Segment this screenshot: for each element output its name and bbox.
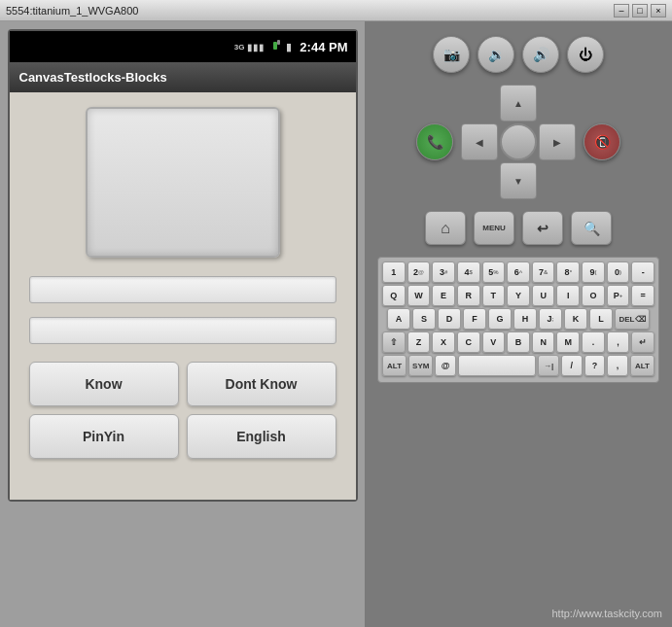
key-del[interactable]: DEL⌫ xyxy=(615,308,650,330)
key-alt-left[interactable]: ALT xyxy=(382,355,407,376)
key-c[interactable]: C xyxy=(457,331,480,353)
key-k[interactable]: K xyxy=(564,308,587,330)
controls-panel: 📷 🔉 🔊 ⏻ 📞 ▲ ◀ ▶ xyxy=(365,21,672,627)
key-d[interactable]: D xyxy=(438,308,461,330)
close-button[interactable]: × xyxy=(651,4,666,17)
power-button[interactable]: ⏻ xyxy=(567,36,604,73)
kb-row-asdf: A S D F G H J; K L DEL⌫ xyxy=(382,308,654,330)
pinyin-button[interactable]: PinYin xyxy=(29,414,179,459)
key-enter[interactable]: ↵ xyxy=(631,331,654,353)
key-x[interactable]: X xyxy=(432,331,455,353)
back-button[interactable]: ↩ xyxy=(522,211,563,245)
key-eq[interactable]: = xyxy=(631,285,654,306)
dpad-up[interactable]: ▲ xyxy=(500,85,537,122)
dpad-left[interactable]: ◀ xyxy=(461,123,498,160)
svg-rect-0 xyxy=(273,42,277,50)
key-e[interactable]: E xyxy=(432,285,455,306)
key-s[interactable]: S xyxy=(412,308,436,330)
key-z[interactable]: Z xyxy=(407,331,431,353)
kb-row-zxcv: ⇧ Z X C V B N M . , ↵ xyxy=(382,331,654,353)
key-comma[interactable]: , xyxy=(607,355,628,376)
main-area: 3G ▮▮▮ ▮ 2:44 PM CanvasTestlocks-Blocks xyxy=(0,21,672,627)
dont-know-button[interactable]: Dont Know xyxy=(187,362,336,406)
key-5[interactable]: 5% xyxy=(482,261,506,283)
3g-icon: 3G xyxy=(234,43,245,52)
key-y[interactable]: Y xyxy=(507,285,530,306)
english-button[interactable]: English xyxy=(187,414,336,459)
key-9[interactable]: 9( xyxy=(582,261,605,283)
app-area: CanvasTestlocks-Blocks Know Dont Know Pi… xyxy=(10,62,356,500)
vol-down-icon: 🔉 xyxy=(488,47,505,62)
key-p[interactable]: P+ xyxy=(607,285,630,306)
key-slash[interactable]: / xyxy=(561,355,583,376)
key-u[interactable]: U xyxy=(532,285,555,306)
call-red-icon: 📵 xyxy=(594,134,611,150)
status-icons: 3G ▮▮▮ ▮ xyxy=(234,40,293,53)
power-icon: ⏻ xyxy=(579,47,592,62)
key-space[interactable] xyxy=(458,355,536,376)
key-l[interactable]: L xyxy=(589,308,613,330)
key-arrow-right[interactable]: →| xyxy=(538,355,559,376)
dpad-center[interactable] xyxy=(500,123,537,160)
key-i[interactable]: I xyxy=(556,285,580,306)
dpad-right[interactable]: ▶ xyxy=(539,123,576,160)
key-b[interactable]: B xyxy=(507,331,530,353)
button-grid: Know Dont Know PinYin English xyxy=(10,354,356,467)
key-h[interactable]: H xyxy=(513,308,537,330)
key-3[interactable]: 3# xyxy=(432,261,455,283)
key-shift[interactable]: ⇧ xyxy=(382,331,406,353)
key-g[interactable]: G xyxy=(488,308,512,330)
key-w[interactable]: W xyxy=(407,285,431,306)
key-a[interactable]: A xyxy=(387,308,410,330)
call-red-button[interactable]: 📵 xyxy=(584,123,620,160)
camera-button[interactable]: 📷 xyxy=(433,36,470,73)
key-o[interactable]: O xyxy=(582,285,605,306)
key-period[interactable]: . xyxy=(582,331,605,353)
top-controls-row: 📷 🔉 🔊 ⏻ xyxy=(433,36,604,73)
key-n[interactable]: N xyxy=(532,331,555,353)
key-sym[interactable]: SYM xyxy=(408,355,433,376)
minimize-button[interactable]: – xyxy=(614,4,629,17)
key-j[interactable]: J; xyxy=(539,308,562,330)
know-button[interactable]: Know xyxy=(29,362,179,406)
search-button[interactable]: 🔍 xyxy=(571,211,612,245)
window-chrome: 5554:titanium_1_WVGA800 – □ × xyxy=(0,0,672,21)
call-green-button[interactable]: 📞 xyxy=(416,123,453,160)
kb-row-qwerty: Q W E R T Y U I O P+ = xyxy=(382,285,654,306)
android-screen: 3G ▮▮▮ ▮ 2:44 PM CanvasTestlocks-Blocks xyxy=(8,29,358,502)
key-7[interactable]: 7& xyxy=(532,261,555,283)
key-comma-row4[interactable]: , xyxy=(607,331,630,353)
menu-button[interactable]: MENU xyxy=(474,211,514,245)
key-8[interactable]: 8* xyxy=(556,261,580,283)
key-f[interactable]: F xyxy=(463,308,486,330)
key-t[interactable]: T xyxy=(482,285,506,306)
window-title: 5554:titanium_1_WVGA800 xyxy=(6,5,138,17)
home-icon: ⌂ xyxy=(441,220,450,237)
home-button[interactable]: ⌂ xyxy=(425,211,466,245)
key-2[interactable]: 2@ xyxy=(407,261,431,283)
vol-up-icon: 🔊 xyxy=(533,47,549,62)
key-at[interactable]: @ xyxy=(435,355,456,376)
window-controls: – □ × xyxy=(614,4,666,17)
key-v[interactable]: V xyxy=(482,331,506,353)
key-alt-right[interactable]: ALT xyxy=(630,355,654,376)
vol-up-button[interactable]: 🔊 xyxy=(522,36,559,73)
key-1[interactable]: 1 xyxy=(382,261,406,283)
key-m[interactable]: M xyxy=(556,331,580,353)
input-field-2[interactable] xyxy=(29,317,336,344)
key-4[interactable]: 4$ xyxy=(457,261,480,283)
canvas-container xyxy=(10,92,356,272)
key-question[interactable]: ? xyxy=(584,355,606,376)
vol-down-button[interactable]: 🔉 xyxy=(477,36,514,73)
canvas-box xyxy=(86,107,280,258)
dpad-down[interactable]: ▼ xyxy=(500,162,537,199)
key-minus[interactable]: - xyxy=(631,261,654,283)
maximize-button[interactable]: □ xyxy=(632,4,648,17)
key-6[interactable]: 6^ xyxy=(507,261,530,283)
key-q[interactable]: Q xyxy=(382,285,406,306)
menu-row: ⌂ MENU ↩ 🔍 xyxy=(425,211,612,245)
key-r[interactable]: R xyxy=(457,285,480,306)
kb-row-bottom: ALT SYM @ →| / ? , ALT xyxy=(382,355,654,376)
input-field-1[interactable] xyxy=(29,276,336,303)
key-0[interactable]: 0) xyxy=(607,261,630,283)
